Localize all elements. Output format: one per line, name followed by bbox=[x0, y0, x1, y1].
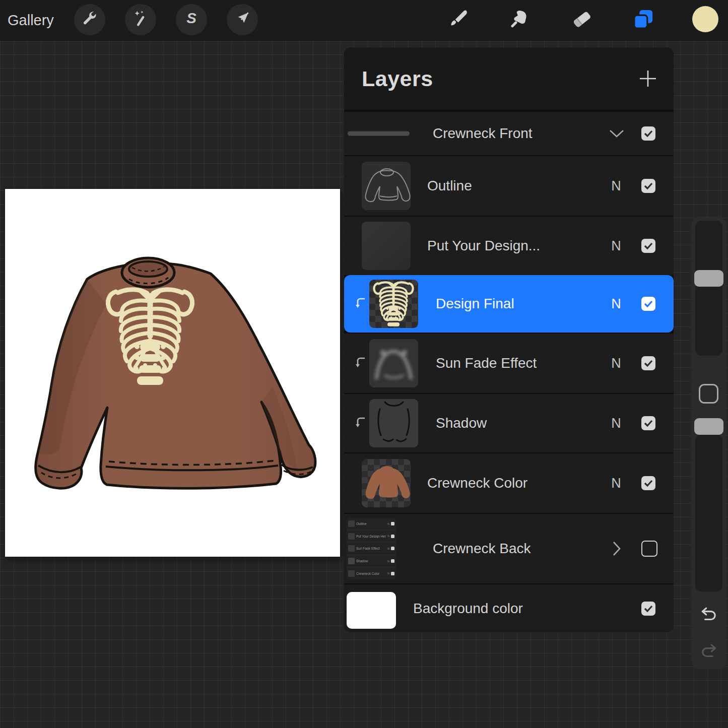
blend-mode-badge[interactable]: N bbox=[604, 296, 628, 312]
mini-layer-label: Shadow bbox=[356, 559, 386, 563]
undo-icon bbox=[700, 606, 718, 624]
visibility-checkbox[interactable] bbox=[641, 179, 655, 193]
layers-panel-button[interactable] bbox=[627, 0, 659, 40]
add-layer-button[interactable] bbox=[639, 70, 657, 88]
blend-mode-badge[interactable]: N bbox=[604, 178, 628, 194]
layer-row-outline[interactable]: Outline N bbox=[344, 156, 674, 216]
crewneck-artwork bbox=[5, 189, 340, 557]
mini-layer-label: Sun Fade Effect bbox=[356, 547, 386, 550]
group-thumbnail: OutlineN Put Your Design HereN Sun Fade … bbox=[347, 518, 396, 579]
selection-s-icon: S bbox=[183, 10, 200, 29]
layer-name: Put Your Design... bbox=[427, 238, 540, 254]
adjustments-button[interactable] bbox=[125, 4, 156, 35]
layer-thumbnail bbox=[362, 162, 411, 210]
layer-row-crewneck-back[interactable]: OutlineN Put Your Design HereN Sun Fade … bbox=[344, 514, 674, 583]
layer-name: Crewneck Front bbox=[433, 125, 533, 142]
layer-name: Outline bbox=[427, 178, 472, 194]
opacity-slider-handle[interactable] bbox=[694, 418, 723, 435]
mini-blend-badge: N bbox=[387, 560, 389, 563]
layers-icon bbox=[632, 8, 654, 32]
layer-thumbnail bbox=[362, 459, 411, 507]
color-panel-button[interactable] bbox=[689, 0, 721, 40]
blend-mode-badge[interactable]: N bbox=[604, 356, 628, 371]
sweater-body bbox=[36, 263, 315, 488]
mini-blend-badge: N bbox=[387, 547, 389, 550]
layer-name: Shadow bbox=[436, 415, 487, 431]
mini-layer-label: Crewneck Color bbox=[356, 572, 386, 575]
visibility-checkbox[interactable] bbox=[641, 602, 655, 616]
chevron-right-icon[interactable] bbox=[607, 540, 626, 557]
selection-button[interactable]: S bbox=[176, 4, 207, 35]
smudge-finger-icon bbox=[510, 9, 530, 31]
top-toolbar: Gallery S bbox=[0, 0, 728, 41]
clipping-mask-icon bbox=[355, 417, 366, 430]
redo-icon bbox=[700, 642, 718, 660]
modify-button[interactable] bbox=[699, 384, 718, 404]
layer-row-put-your-design[interactable]: Put Your Design... N bbox=[344, 217, 674, 275]
drawing-canvas[interactable] bbox=[5, 189, 340, 557]
brush-size-slider-handle[interactable] bbox=[694, 270, 723, 287]
group-thumbnail bbox=[348, 131, 410, 136]
brush-icon bbox=[448, 9, 469, 31]
layer-name: Background color bbox=[413, 601, 523, 617]
visibility-checkbox[interactable] bbox=[641, 541, 657, 557]
visibility-checkbox[interactable] bbox=[641, 416, 655, 430]
layer-thumbnail bbox=[369, 280, 418, 328]
layer-name: Crewneck Color bbox=[427, 475, 527, 491]
eraser-tool-button[interactable] bbox=[566, 0, 598, 40]
layer-name: Sun Fade Effect bbox=[436, 355, 537, 371]
transform-button[interactable] bbox=[227, 4, 258, 35]
visibility-checkbox[interactable] bbox=[641, 356, 655, 370]
actions-wrench-button[interactable] bbox=[74, 4, 105, 35]
chevron-down-icon[interactable] bbox=[607, 128, 626, 139]
visibility-checkbox[interactable] bbox=[641, 126, 655, 141]
layer-thumbnail bbox=[369, 399, 418, 447]
layer-row-crewneck-front[interactable]: Crewneck Front bbox=[344, 112, 674, 155]
layer-name: Crewneck Back bbox=[433, 541, 531, 557]
visibility-checkbox[interactable] bbox=[641, 297, 655, 311]
opacity-slider[interactable] bbox=[695, 434, 722, 591]
layer-thumbnail bbox=[362, 222, 411, 270]
visibility-checkbox[interactable] bbox=[641, 239, 655, 253]
mini-blend-badge: N bbox=[387, 535, 389, 538]
visibility-checkbox[interactable] bbox=[641, 476, 655, 490]
layers-panel: Layers Crewneck Front Outline N bbox=[344, 47, 674, 632]
blend-mode-badge[interactable]: N bbox=[604, 476, 628, 491]
blend-mode-badge[interactable]: N bbox=[604, 238, 628, 254]
layers-panel-header: Layers bbox=[344, 47, 674, 110]
background-color-thumbnail bbox=[347, 592, 396, 629]
blend-mode-badge[interactable]: N bbox=[604, 416, 628, 431]
magic-wand-icon bbox=[132, 10, 149, 29]
layer-name: Design Final bbox=[436, 296, 514, 312]
brush-tool-button[interactable] bbox=[442, 0, 475, 40]
mini-blend-badge: N bbox=[387, 522, 389, 525]
mini-blend-badge: N bbox=[387, 572, 389, 575]
mini-layer-label: Put Your Design Here bbox=[356, 535, 386, 538]
layers-panel-title: Layers bbox=[362, 47, 433, 110]
color-swatch bbox=[691, 5, 719, 35]
layer-row-design-final[interactable]: Design Final N bbox=[344, 275, 674, 333]
eraser-icon bbox=[571, 9, 592, 32]
clipping-mask-icon bbox=[355, 357, 366, 370]
clipping-mask-icon bbox=[355, 297, 366, 310]
transform-arrow-icon bbox=[234, 11, 250, 29]
mini-layer-label: Outline bbox=[356, 522, 386, 525]
redo-button[interactable] bbox=[700, 642, 718, 660]
brush-size-slider[interactable] bbox=[695, 221, 722, 356]
svg-text:S: S bbox=[186, 10, 196, 26]
layer-thumbnail bbox=[369, 339, 418, 387]
layer-row-sun-fade-effect[interactable]: Sun Fade Effect N bbox=[344, 334, 674, 393]
smudge-tool-button[interactable] bbox=[504, 0, 536, 40]
undo-button[interactable] bbox=[700, 606, 718, 624]
wrench-icon bbox=[81, 10, 98, 29]
gallery-button[interactable]: Gallery bbox=[8, 0, 54, 40]
side-toolbar bbox=[691, 217, 726, 669]
layer-row-background-color[interactable]: Background color bbox=[344, 584, 674, 632]
layer-row-shadow[interactable]: Shadow N bbox=[344, 394, 674, 452]
layer-row-crewneck-color[interactable]: Crewneck Color N bbox=[344, 453, 674, 513]
